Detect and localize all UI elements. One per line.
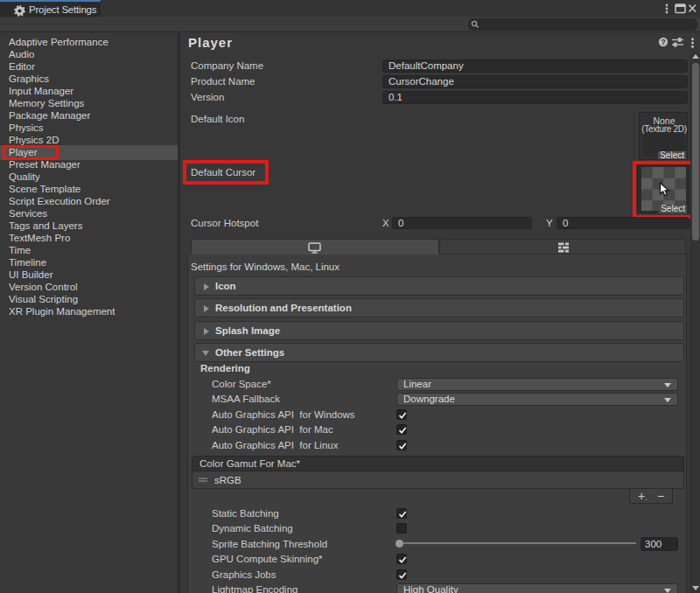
svg-text:?: ? — [661, 38, 665, 46]
